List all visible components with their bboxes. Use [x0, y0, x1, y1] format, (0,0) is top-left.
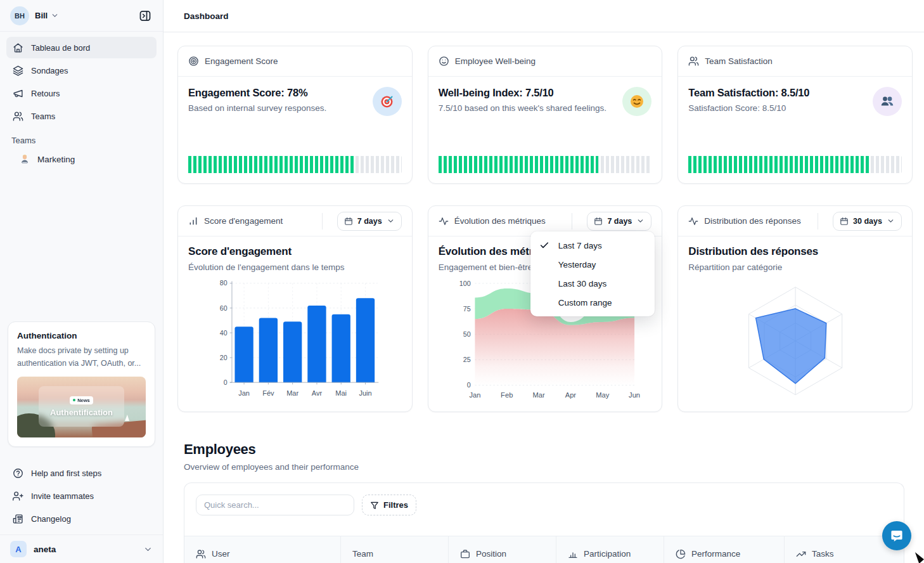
- card-header: Employee Well-being: [428, 46, 662, 77]
- green-dot-icon: [73, 399, 75, 401]
- svg-text:Mar: Mar: [286, 389, 298, 397]
- bar-chart-icon: [568, 549, 578, 559]
- svg-text:Jun: Jun: [629, 391, 640, 399]
- sidebar-item-tableau-de-bord[interactable]: Tableau de bord: [6, 37, 157, 58]
- sidebar-item-teams[interactable]: Teams: [6, 105, 157, 127]
- main-area: Dashboard Engagement Score Engagement Sc…: [164, 0, 924, 563]
- range-label: 7 days: [357, 217, 382, 226]
- column-header-performance[interactable]: Performance: [664, 536, 785, 563]
- employees-title: Employees: [184, 441, 904, 458]
- svg-text:50: 50: [463, 330, 470, 338]
- svg-text:20: 20: [220, 354, 228, 361]
- range-label: 7 days: [607, 217, 632, 226]
- date-range-button[interactable]: 7 days: [337, 212, 402, 231]
- user-menu-trigger[interactable]: Bill: [35, 11, 59, 20]
- sidebar: BH Bill Tableau de bord Sondages Retours: [0, 0, 164, 563]
- menu-item-yesterday[interactable]: Yesterday: [530, 255, 655, 274]
- card-header: Distribution des réponses 30 days: [678, 206, 912, 236]
- radar-chart: [688, 277, 902, 405]
- briefcase-icon: [460, 549, 470, 559]
- progress-fill: [439, 156, 599, 173]
- svg-text:May: May: [596, 391, 609, 399]
- sidebar-item-invite[interactable]: Invite teammates: [6, 485, 157, 507]
- sidebar-item-help[interactable]: Help and first steps: [6, 462, 157, 484]
- promo-image: News Authentification: [17, 377, 146, 437]
- column-chart-icon: [188, 216, 198, 226]
- progress-bar: [188, 156, 402, 173]
- sidebar-item-label: Changelog: [31, 514, 71, 524]
- calendar-icon: [840, 217, 849, 226]
- svg-text:100: 100: [459, 280, 470, 287]
- mouse-cursor: [914, 552, 924, 563]
- chevron-down-icon: [387, 217, 395, 225]
- filters-button[interactable]: Filtres: [362, 495, 416, 515]
- svg-text:80: 80: [220, 279, 228, 287]
- team-label: Marketing: [37, 155, 75, 164]
- sidebar-item-label: Sondages: [31, 66, 68, 75]
- target-emoji-icon: [373, 87, 402, 116]
- workspace-avatar: A: [10, 541, 27, 557]
- card-body: Distribution des réponses Répartition pa…: [678, 236, 912, 411]
- sidebar-item-marketing[interactable]: Marketing: [6, 149, 157, 169]
- megaphone-icon: [13, 88, 23, 99]
- column-header-participation[interactable]: Participation: [556, 536, 664, 563]
- svg-text:Jan: Jan: [238, 389, 250, 397]
- chart-cards-row: Score d'engagement 7 days Score d'engage…: [164, 184, 924, 412]
- svg-text:Feb: Feb: [501, 391, 513, 399]
- sidebar-header: BH Bill: [0, 0, 163, 32]
- svg-text:0: 0: [466, 381, 470, 389]
- svg-text:40: 40: [220, 329, 228, 337]
- stat-title: Well-being Index: 7.5/10: [439, 87, 606, 99]
- promo-image-title: Authentification: [50, 408, 113, 417]
- column-header-position[interactable]: Position: [449, 536, 556, 563]
- date-range-button[interactable]: 30 days: [833, 212, 902, 231]
- card-header: Engagement Score: [178, 46, 412, 77]
- sailboat-shape: [125, 415, 129, 421]
- employees-table-card: Filtres User Team Position: [184, 482, 904, 563]
- filter-icon: [370, 501, 379, 510]
- search-input[interactable]: [196, 495, 354, 515]
- promo-card-authentication[interactable]: Authentication Make docs private by sett…: [8, 321, 155, 447]
- panel-collapse-icon: [139, 10, 151, 22]
- card-header: Score d'engagement 7 days: [178, 206, 412, 236]
- svg-text:Apr: Apr: [565, 391, 576, 399]
- sidebar-collapse-button[interactable]: [135, 6, 155, 26]
- users-icon: [688, 56, 699, 67]
- svg-text:0: 0: [224, 379, 228, 386]
- sidebar-item-retours[interactable]: Retours: [6, 82, 157, 104]
- sidebar-item-label: Retours: [31, 89, 60, 98]
- menu-item-custom-range[interactable]: Custom range: [530, 293, 655, 312]
- stat-title: Team Satisfaction: 8.5/10: [688, 87, 809, 99]
- svg-text:Mar: Mar: [532, 391, 544, 399]
- chat-launcher-button[interactable]: [882, 521, 911, 550]
- date-range-button[interactable]: 7 days: [587, 212, 651, 231]
- sidebar-item-changelog[interactable]: Changelog: [6, 508, 157, 529]
- menu-item-last-7-days[interactable]: Last 7 days: [530, 236, 655, 255]
- workspace-switcher[interactable]: A aneta: [0, 534, 163, 563]
- filters-label: Filtres: [383, 500, 408, 510]
- technologist-emoji-icon: [19, 153, 30, 165]
- card-header-label: Distribution des réponses: [704, 216, 800, 226]
- chart-title: Score d'engagement: [188, 245, 402, 258]
- bar-chart: 020406080JanFévMarAvrMaiJuin: [188, 277, 402, 405]
- sidebar-item-sondages[interactable]: Sondages: [6, 60, 157, 81]
- stat-title: Engagement Score: 78%: [188, 87, 326, 99]
- employees-subtitle: Overview of employees and their performa…: [184, 462, 904, 472]
- sidebar-nav: Tableau de bord Sondages Retours Teams: [0, 32, 163, 127]
- table-header-row: User Team Position Participation: [184, 536, 904, 563]
- column-header-user[interactable]: User: [184, 536, 341, 563]
- smiling-emoji-icon: [622, 87, 651, 116]
- user-plus-icon: [13, 491, 23, 502]
- chat-bubble-icon: [889, 528, 904, 543]
- chart-card-metrics: Évolution des métriques 7 days Évolution…: [428, 205, 663, 412]
- users-icon: [13, 111, 23, 122]
- calendar-icon: [594, 217, 603, 226]
- range-label: 30 days: [853, 217, 882, 226]
- column-header-team[interactable]: Team: [341, 536, 449, 563]
- sidebar-item-label: Teams: [31, 112, 55, 121]
- menu-item-last-30-days[interactable]: Last 30 days: [530, 274, 655, 293]
- card-body: Engagement Score: 78% Based on internal …: [178, 77, 412, 183]
- employees-section-header: Employees Overview of employees and thei…: [164, 412, 924, 472]
- user-avatar[interactable]: BH: [10, 6, 29, 25]
- check-icon: [539, 240, 549, 250]
